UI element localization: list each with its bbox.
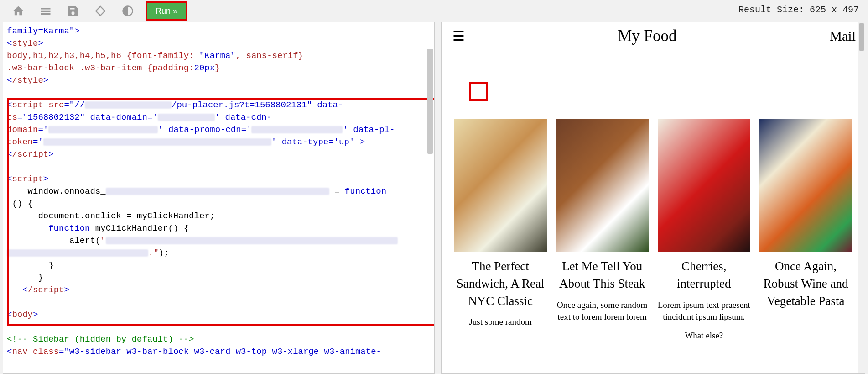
blur xyxy=(158,114,215,121)
card-image xyxy=(454,119,547,252)
code-t: } xyxy=(7,273,43,283)
code-t: < xyxy=(7,149,12,159)
card-text: Lorem ipsum text praesent tincidunt ipsu… xyxy=(658,299,750,323)
code-t: 20px xyxy=(194,63,215,73)
preview-grid: The Perfect Sandwich, A Real NYC Classic… xyxy=(442,119,865,342)
card-sandwich: The Perfect Sandwich, A Real NYC Classic… xyxy=(454,119,547,342)
code-t: ts xyxy=(7,112,17,122)
code-t: ); xyxy=(159,248,169,258)
code-t: /style xyxy=(12,75,43,85)
preview-title: My Food xyxy=(618,27,676,45)
code-t: font-family xyxy=(132,51,189,61)
preview-mail-link[interactable]: Mail xyxy=(830,28,856,44)
code-t: .w3-bar-block .w3-bar-item { xyxy=(7,63,152,73)
code-t: ' data-cdn- xyxy=(215,112,272,122)
code-t: ' data-promo-cdn xyxy=(158,125,241,135)
code-t: function xyxy=(345,186,386,196)
run-button[interactable]: Run » xyxy=(146,1,187,21)
panes: family=Karma"> <style> body,h1,h2,h3,h4,… xyxy=(0,22,868,374)
code-t: ' data-type xyxy=(271,137,328,147)
blur xyxy=(251,126,343,133)
code-t: token xyxy=(7,137,33,147)
code-t: < xyxy=(7,38,12,48)
home-icon xyxy=(12,5,25,17)
code-t: nav xyxy=(12,347,27,357)
code-t: function xyxy=(48,223,90,233)
code-t: < xyxy=(7,174,12,184)
code-t: =' xyxy=(147,112,158,122)
code-editor[interactable]: family=Karma"> <style> body,h1,h2,h3,h4,… xyxy=(3,22,435,374)
code-t: family=Karma"> xyxy=(7,26,80,36)
code-t: domain xyxy=(7,125,38,135)
preview-header: ☰ My Food Mail xyxy=(442,22,865,55)
code-t: < xyxy=(7,347,12,357)
theme-button[interactable] xyxy=(114,2,141,20)
preview-scrollbar-track[interactable] xyxy=(858,22,865,373)
code-t: myClickHandler() { xyxy=(90,223,189,233)
code-t: =" xyxy=(17,112,28,122)
code-t: < xyxy=(7,310,12,320)
blur xyxy=(85,101,172,109)
code-t: =' xyxy=(241,125,252,135)
blur xyxy=(106,188,329,195)
rotate-icon xyxy=(94,5,107,17)
code-t: =" xyxy=(64,100,74,110)
code-t: () { xyxy=(7,199,33,209)
code-t: script xyxy=(12,100,43,110)
card-image xyxy=(759,119,852,252)
code-t: < xyxy=(7,75,12,85)
code-t: " data- xyxy=(307,100,343,110)
code-t: : xyxy=(189,63,194,73)
card-steak: Let Me Tell You About This Steak Once ag… xyxy=(556,119,649,342)
code-t: < xyxy=(7,285,28,295)
card-title: Cherries, interrupted xyxy=(658,258,750,293)
card-text: Just some random xyxy=(454,316,547,328)
code-t: /script xyxy=(28,285,64,295)
rotate-button[interactable] xyxy=(87,2,114,20)
code-t: script xyxy=(12,174,43,184)
code-t: ." xyxy=(148,248,159,258)
card-image xyxy=(556,119,649,252)
code-t: class xyxy=(28,347,59,357)
save-icon xyxy=(67,5,79,17)
code-t: > xyxy=(48,149,53,159)
code-t: } xyxy=(7,260,54,270)
result-size-label: Result Size: 625 x 497 xyxy=(738,5,859,15)
code-t: up xyxy=(339,137,349,147)
code-t: "Karma" xyxy=(199,51,236,61)
blur xyxy=(7,249,148,257)
code-t: : xyxy=(189,51,199,61)
card-title: Let Me Tell You About This Steak xyxy=(556,258,649,293)
scrollbar-thumb[interactable] xyxy=(427,49,433,154)
code-t: > xyxy=(33,310,38,320)
code-t: document.onclick = myClickHandler; xyxy=(7,211,215,221)
menu-button[interactable] xyxy=(32,2,59,20)
code-t: > xyxy=(43,174,48,184)
card-title: The Perfect Sandwich, A Real NYC Classic xyxy=(454,258,547,310)
blur xyxy=(48,126,158,133)
code-t: = xyxy=(329,186,345,196)
blur xyxy=(43,138,271,146)
code-t: padding xyxy=(152,63,189,73)
code-t: > xyxy=(43,75,48,85)
toolbar: Run » Result Size: 625 x 497 xyxy=(0,0,868,22)
code-t: =' xyxy=(328,137,339,147)
home-button[interactable] xyxy=(5,2,32,20)
code-t: } xyxy=(215,63,220,73)
code-t: body xyxy=(12,310,33,320)
code-t: window.onnoads_ xyxy=(7,186,106,196)
hamburger-icon[interactable]: ☰ xyxy=(452,29,465,43)
code-t: =' xyxy=(33,137,43,147)
code-t: // xyxy=(74,100,85,110)
save-button[interactable] xyxy=(59,2,87,20)
preview-pane: ☰ My Food Mail The Perfect Sandwich, A R… xyxy=(441,22,866,374)
card-text2: What else? xyxy=(658,330,750,342)
preview-scrollbar-thumb[interactable] xyxy=(859,23,864,51)
code-t: body,h1,h2,h3,h4,h5,h6 { xyxy=(7,51,132,61)
code-t: " xyxy=(100,236,105,246)
red-marker-box xyxy=(469,82,488,101)
code-t: alert( xyxy=(7,236,100,246)
code-t: src xyxy=(43,100,64,110)
code-t: =" xyxy=(59,347,69,357)
code-t: > xyxy=(38,38,43,48)
